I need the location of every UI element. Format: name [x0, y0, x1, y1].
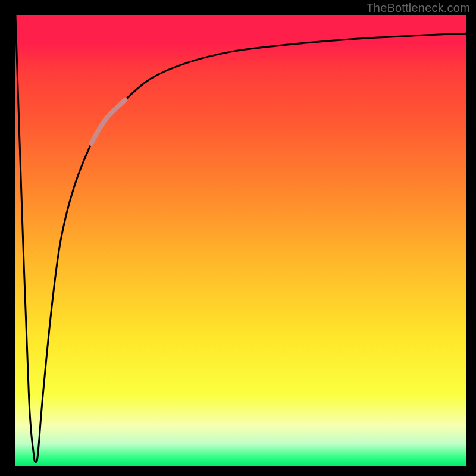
attribution-text: TheBottleneck.com [366, 1, 470, 15]
chart-container: TheBottleneck.com [0, 0, 476, 476]
plot-background-gradient [15, 15, 466, 466]
